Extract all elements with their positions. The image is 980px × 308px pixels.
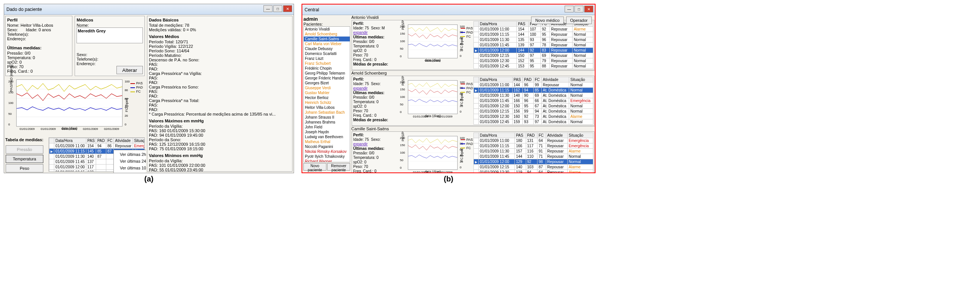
ultimas-spo2: spO2: 0 bbox=[7, 60, 70, 64]
patient-list-item[interactable]: Matheus Erthal bbox=[304, 139, 350, 144]
patient-info: Perfil:Idade: 75 Sexo: expandir Últimas … bbox=[352, 132, 397, 173]
pacientes-label: Pacientes: bbox=[304, 22, 350, 26]
perfil-sexo: Sexo: bbox=[7, 27, 18, 32]
context-menu[interactable]: Ver últimas 2hVer últimas 24hVer últimas… bbox=[113, 150, 146, 173]
patient-list-item[interactable]: Johann Strauss II bbox=[304, 115, 350, 120]
alterar-button[interactable]: Alterar bbox=[116, 66, 143, 74]
patient-list-item[interactable]: Franz Liszt bbox=[304, 56, 350, 61]
patient-info: Perfil:Idade: 75 Sexo: expandir Últimas … bbox=[352, 76, 397, 125]
patient-list-item[interactable]: Niccolò Paganini bbox=[304, 144, 350, 149]
table-row[interactable]: 01/01/2009 11:001549486RepousarEmergênci bbox=[49, 143, 145, 149]
medicos-nome-field[interactable]: Meredith Grey bbox=[76, 27, 143, 43]
table-row[interactable]: 01/01/2009 11:1516611771RepousarEmergênc… bbox=[474, 143, 593, 149]
ctx-item[interactable]: Ver todas as medidas bbox=[114, 171, 146, 173]
table-row[interactable]: 01/01/2009 11:0015410792RepousarAlarme bbox=[474, 27, 593, 32]
patient-list-item[interactable]: Hector Berlioz bbox=[304, 95, 350, 100]
table-row[interactable]: 01/01/2009 12:151569994At. DomésticaNorm… bbox=[474, 109, 593, 114]
perfil-nome: Nome: Heitor Villa-Lobos bbox=[7, 23, 70, 27]
patient-list-item[interactable]: Gustav Mahler bbox=[304, 90, 350, 95]
table-row[interactable]: 01/01/2009 11:4514411071RepousarNormal bbox=[474, 154, 593, 159]
table-row[interactable]: 01/01/2009 12:151509769RepousarNormal bbox=[474, 53, 593, 58]
chart-legend: PASPADFC bbox=[130, 81, 143, 94]
patient-list-item[interactable]: Georg Philipp Telemann bbox=[304, 71, 350, 76]
table-row[interactable]: 01/01/2009 11:451399778RepousarNormal bbox=[474, 43, 593, 48]
table-row[interactable]: 01/01/2009 12:451599397At. DomésticaNorm… bbox=[474, 119, 593, 125]
patient-list-item[interactable]: John Field bbox=[304, 125, 350, 130]
patient-list-item[interactable]: Pyotr Ilyich Tchaikovsky bbox=[304, 154, 350, 159]
patient-list-item[interactable]: Georges Bizet bbox=[304, 81, 350, 86]
patient-grid[interactable]: Data/HoraPASPADFCAtividadeSituação01/01/… bbox=[473, 133, 593, 173]
table-row[interactable]: 01/01/2009 11:1514410095RepousarNormal bbox=[474, 32, 593, 37]
ctx-item[interactable]: Ver últimas 24h bbox=[114, 158, 146, 165]
patient-list-item[interactable]: Carl Maria von Weber bbox=[304, 41, 350, 46]
maximize-button[interactable]: □ bbox=[574, 6, 584, 13]
patient-list-item[interactable]: Arnold Schoenberg bbox=[304, 32, 350, 37]
table-row[interactable]: 01/01/2009 11:301359396RepousarNormal bbox=[474, 37, 593, 43]
patient-list-item[interactable]: Richard Wagner bbox=[304, 159, 350, 162]
close-button[interactable]: ✕ bbox=[283, 5, 292, 12]
medicos-end: Endereço: bbox=[76, 61, 143, 66]
table-row[interactable]: 01/01/2009 11:451669666At. DomésticaEmer… bbox=[474, 98, 593, 103]
ctx-item[interactable]: Ver últimas 10 medidas bbox=[114, 165, 146, 171]
tab-temperatura[interactable]: Temperatura bbox=[6, 155, 43, 163]
valores-min-title: Valores Mínimos em mmHg bbox=[149, 153, 291, 158]
maximize-button[interactable]: □ bbox=[273, 5, 282, 12]
table-row[interactable]: 01/01/2009 12:001509567At. DomésticaNorm… bbox=[474, 103, 593, 109]
patient-chart: 200150100500 100806040200 01/01/200902/0… bbox=[408, 136, 458, 170]
patient-grid[interactable]: Data/HoraPASPADFCAtividadeSituação01/01/… bbox=[473, 77, 593, 125]
patient-list-item[interactable]: Claude Debussy bbox=[304, 46, 350, 51]
patient-list-item[interactable]: Johannes Brahms bbox=[304, 120, 350, 125]
novo-paciente-button[interactable]: Novo paciente bbox=[304, 163, 326, 171]
user-label: admin bbox=[304, 16, 350, 22]
window-title-b: Central bbox=[305, 7, 319, 13]
patient-list-item[interactable]: Heinrich Schütz bbox=[304, 100, 350, 105]
patient-list-item[interactable]: Joseph Haydn bbox=[304, 130, 350, 135]
patient-list-item[interactable]: Camille Saint-Saëns bbox=[304, 37, 350, 41]
patient-list-item[interactable]: George Frideric Handel bbox=[304, 76, 350, 81]
table-row[interactable]: 01/01/2009 12:001449283RepousarNormal bbox=[474, 48, 593, 53]
table-row[interactable]: 01/01/2009 12:001299298RepousarNormal bbox=[474, 159, 593, 165]
titlebar-b: Central — □ ✕ bbox=[302, 5, 595, 15]
patient-grid[interactable]: Data/HoraPASPADFCAtividadeSituação01/01/… bbox=[473, 21, 593, 69]
expandir-link[interactable]: expandir bbox=[353, 142, 368, 146]
patient-list-item[interactable]: Giuseppe Verdi bbox=[304, 86, 350, 90]
novo-medico-button[interactable]: Novo médico bbox=[531, 17, 563, 24]
operador-button[interactable]: Operador bbox=[566, 17, 592, 24]
table-row[interactable]: 01/01/2009 12:301529579RepousarNormal bbox=[474, 58, 593, 64]
minimize-button[interactable]: — bbox=[264, 5, 272, 12]
expandir-link[interactable]: expandir bbox=[353, 86, 368, 90]
table-row[interactable]: 01/01/2009 11:0018013164RepousarEmergênc… bbox=[474, 138, 593, 143]
patient-list-item[interactable]: Domenico Scarlatti bbox=[304, 51, 350, 56]
table-row[interactable]: 01/01/2009 11:301489069At. DomésticaNorm… bbox=[474, 93, 593, 98]
patient-chart: 200150100500 100806040200 01/01/200902/0… bbox=[408, 80, 458, 114]
patient-list-item[interactable]: Johann Sebastian Bach bbox=[304, 110, 350, 115]
patient-list-item[interactable]: Antonio Vivaldi bbox=[304, 27, 350, 32]
ultimas-fc: Freq. Card.: 0 bbox=[7, 69, 70, 73]
close-button[interactable]: ✕ bbox=[584, 6, 593, 13]
tab-peso[interactable]: Peso bbox=[6, 164, 43, 173]
patient-rows: Antonio Vivaldi Perfil:Idade: 75 Sexo: M… bbox=[351, 15, 595, 173]
ctx-item[interactable]: Ver últimas 2h bbox=[114, 151, 146, 158]
expandir-link[interactable]: expandir bbox=[353, 30, 368, 35]
table-row[interactable]: 01/01/2009 12:1514010387RepousarAlarme bbox=[474, 165, 593, 170]
table-row[interactable]: 01/01/2009 12:301609273At. DomésticaAlar… bbox=[474, 114, 593, 119]
valores-max-title: Valores Máximos em mmHg bbox=[149, 119, 291, 123]
tabela-title: Tabela de medidas: bbox=[4, 136, 48, 143]
tab-pressão[interactable]: Pressão bbox=[6, 145, 43, 154]
xticks: 01/01/200901/01/200901/01/200902/01/2009… bbox=[17, 127, 122, 131]
measure-tabs: PressãoTemperaturaPesospO2 bbox=[4, 144, 48, 173]
table-row[interactable]: 01/01/2009 12:301199464RepousarAlarme bbox=[474, 170, 593, 173]
patient-list-item[interactable]: Frédéric Chopin bbox=[304, 66, 350, 71]
patient-list-item[interactable]: Nikolai Rimsky-Korsakov bbox=[304, 149, 350, 154]
patient-list-item[interactable]: Heitor Villa-Lobos bbox=[304, 105, 350, 110]
table-row[interactable]: 01/01/2009 12:451539588RepousarNormal bbox=[474, 64, 593, 69]
remover-paciente-button[interactable]: Remover paciente bbox=[327, 163, 350, 171]
table-row[interactable]: 01/01/2009 11:151629485At. DomésticaNorm… bbox=[474, 88, 593, 93]
medicos-panel: Médicos Nome: Meredith Grey Sexo: Telefo… bbox=[75, 16, 145, 76]
table-row[interactable]: 01/01/2009 11:001449699RepousarNormal bbox=[474, 83, 593, 88]
patient-list-item[interactable]: Franz Schubert bbox=[304, 61, 350, 66]
patient-list-item[interactable]: Ludwig van Beethoven bbox=[304, 135, 350, 139]
minimize-button[interactable]: — bbox=[565, 6, 574, 13]
patient-list[interactable]: Antonio VivaldiArnold SchoenbergCamille … bbox=[304, 26, 350, 162]
table-row[interactable]: 01/01/2009 11:3015711691RepousarAlarme bbox=[474, 149, 593, 154]
